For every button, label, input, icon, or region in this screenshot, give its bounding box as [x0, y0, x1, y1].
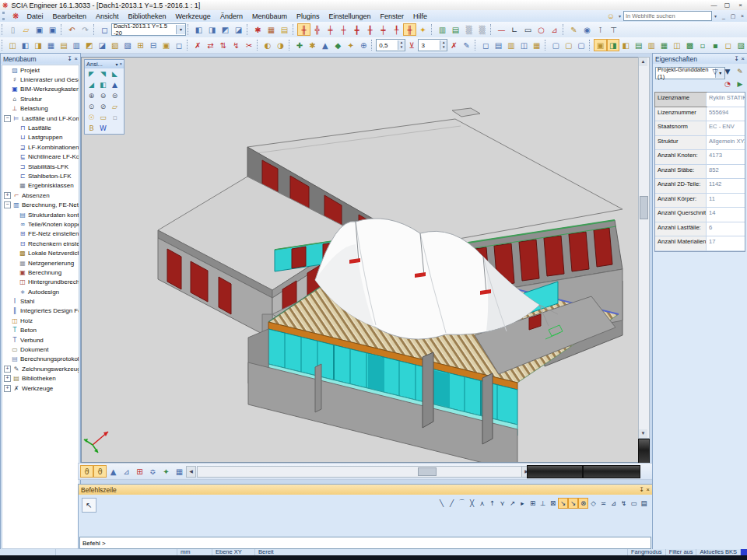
bottom-table-view-button[interactable]: ▦: [173, 465, 186, 478]
property-value[interactable]: 852: [707, 165, 745, 179]
tb1-view-window-2-button[interactable]: ◨: [205, 23, 219, 36]
tb2-output-tool-2-button[interactable]: ▤: [492, 39, 504, 51]
tb1-calculator-button[interactable]: ▦: [265, 23, 278, 36]
tb2-model-tool-6-button[interactable]: ▥: [70, 39, 82, 51]
property-value[interactable]: 4173: [707, 150, 745, 164]
tb1-library-1-button[interactable]: ▥: [436, 23, 449, 36]
property-row[interactable]: Anzahl Körper:11: [655, 194, 745, 208]
project-combo[interactable]: Dach1-2013.1 Y=1.5 -20▾: [111, 23, 186, 36]
minimize-button[interactable]: —: [707, 1, 721, 9]
search-dropdown-caret-icon[interactable]: ▾: [714, 13, 717, 19]
palette-zoom-out-button[interactable]: ⊖: [97, 90, 109, 101]
tree-item-linienraster-und-geschosse[interactable]: ♯Linienraster und Geschosse: [2, 75, 79, 84]
palette-close-icon[interactable]: ×: [119, 61, 122, 67]
palette-axo-view-1-button[interactable]: ◤: [86, 68, 97, 79]
tb1-frame-tool-7-button[interactable]: ┿: [377, 23, 390, 36]
tb2-window-tool-1-button[interactable]: ▢: [549, 39, 562, 51]
tb1-undo-button[interactable]: ↶: [65, 23, 79, 36]
tb2-snap-scale-button[interactable]: ⊻: [405, 39, 418, 51]
property-value[interactable]: EC - ENV: [707, 121, 745, 135]
tb1-draw-polyline-button[interactable]: ∟: [508, 23, 521, 36]
palette-render-mode-button[interactable]: ▭: [97, 112, 109, 123]
palette-light-toggle-button[interactable]: ☉: [86, 112, 97, 123]
webhelp-search-input[interactable]: [623, 11, 712, 21]
tb1-frame-tool-8-button[interactable]: ╀: [390, 23, 403, 36]
tb2-output-tool-3-button[interactable]: ▥: [505, 39, 517, 51]
menu-bibliotheken[interactable]: Bibliotheken: [123, 12, 170, 21]
tb2-view-setting-2-button[interactable]: ◨: [607, 39, 619, 51]
bottom-render-toggle-button[interactable]: ✦: [160, 465, 173, 478]
expander-icon[interactable]: +: [4, 192, 11, 199]
property-label[interactable]: Anzahl Lastfälle:: [655, 222, 707, 236]
status-aktuelles-bks[interactable]: Aktuelles BKS: [696, 549, 741, 555]
tree-item-belastung[interactable]: ⊥Belastung: [2, 104, 79, 114]
status-fangmodus[interactable]: Fangmodus: [628, 549, 666, 555]
tb1-view-window-1-button[interactable]: ◧: [192, 23, 205, 36]
pin-icon[interactable]: ↧: [734, 55, 738, 62]
tb1-save-button[interactable]: ▣: [33, 23, 46, 36]
tb1-frame-tool-2-button[interactable]: ╬: [310, 23, 324, 36]
snap-rect-button[interactable]: ▭: [629, 498, 639, 509]
property-label[interactable]: Anzahl Materialien:: [655, 236, 707, 250]
property-label[interactable]: Anzahl Knoten:: [655, 150, 707, 164]
snap-angle-button[interactable]: ⊿: [608, 498, 619, 509]
bks-color-swatch[interactable]: [741, 549, 747, 555]
tree-item-bibliotheken[interactable]: +▤Bibliotheken: [2, 374, 79, 383]
tb2-modify-tool-1-button[interactable]: ✚: [293, 39, 306, 51]
bottom-grid-toggle-button[interactable]: ⊞: [133, 465, 146, 478]
tb2-model-tool-10-button[interactable]: ▨: [121, 39, 134, 51]
close-icon[interactable]: ×: [647, 486, 650, 493]
tb1-new-button[interactable]: ▯: [6, 23, 19, 36]
prop-filter-icon-button[interactable]: ▽: [710, 66, 721, 77]
tb2-view-setting-11-button[interactable]: ◻: [722, 39, 735, 51]
snap-line-2-button[interactable]: ╱: [447, 498, 457, 509]
palette-view-dir-2-button[interactable]: ◧: [97, 79, 109, 90]
tb1-frame-tool-9-button[interactable]: ╫: [403, 23, 416, 36]
tb2-model-tool-3-button[interactable]: ◨: [32, 39, 44, 51]
tree-item-werkzeuge[interactable]: +✗Werkzeuge: [2, 383, 79, 393]
doc-restore-button[interactable]: ▢: [728, 12, 738, 20]
snap-flag-button[interactable]: ▸: [517, 498, 528, 509]
snap-arc-button[interactable]: ⌒: [457, 498, 467, 509]
tree-item-strukturdaten-kontrollieren[interactable]: ▤Strukturdaten kontrollie: [2, 210, 79, 219]
tb1-note-new-button[interactable]: ▤: [278, 23, 291, 36]
pin-icon[interactable]: ↧: [639, 486, 644, 493]
snap-line-1-button[interactable]: ╲: [437, 498, 447, 509]
tb2-model-tool-8-button[interactable]: ◪: [96, 39, 108, 51]
tb2-model-tool-12-button[interactable]: ⊟: [147, 39, 160, 51]
tb1-frame-tool-5-button[interactable]: ╋: [350, 23, 363, 36]
tb2-view-setting-8-button[interactable]: ▩: [683, 39, 696, 51]
property-value[interactable]: 14: [707, 208, 745, 222]
tb1-draw-circle-button[interactable]: ○: [535, 23, 548, 36]
property-label[interactable]: Anzahl Körper:: [655, 194, 707, 208]
tree-item-fe-netz-einstellen[interactable]: ⊞FE-Netz einstellen: [2, 229, 79, 239]
tb2-window-tool-3-button[interactable]: ▢: [575, 39, 587, 51]
cursor-tool-button[interactable]: ↖: [82, 498, 96, 513]
horizontal-scroll-thumb[interactable]: [418, 467, 437, 476]
tb1-frame-tool-3-button[interactable]: ╪: [324, 23, 337, 36]
property-row[interactable]: Anzahl Materialien:17: [655, 236, 745, 251]
viewport-horizontal-scrollbar[interactable]: [197, 466, 522, 478]
tb1-edit-props-button[interactable]: ✎: [567, 23, 580, 36]
tree-item-dokument[interactable]: ▭Dokument: [2, 345, 79, 354]
palette-zoom-selection-button[interactable]: ⊘: [97, 101, 109, 112]
property-label[interactable]: Lizenzname: [655, 93, 707, 107]
prop-send-icon-button[interactable]: ▶: [735, 79, 745, 89]
tb2-edit-tool-5-button[interactable]: ✂: [243, 39, 255, 51]
bottom-graph-toggle-button[interactable]: ⊿: [120, 465, 133, 478]
close-button[interactable]: ×: [734, 1, 747, 9]
property-row[interactable]: LizenznameRyklin STATIK: [655, 93, 745, 107]
tree-item-berechnung-fe-netz[interactable]: −▥Berechnung, FE-Netz: [2, 200, 79, 209]
snap-perp-button[interactable]: ⊥: [538, 498, 548, 509]
status-ebene-xy[interactable]: Ebene XY: [212, 549, 255, 555]
tb1-save-all-button[interactable]: ▣: [46, 23, 59, 36]
tb2-output-tool-5-button[interactable]: ▦: [531, 39, 543, 51]
property-value[interactable]: Allgemein XYZ: [707, 136, 745, 150]
tree-item-berechnungsprotokoll[interactable]: ▤Berechnungsprotokoll: [2, 355, 79, 364]
tb2-modify-tool-3-button[interactable]: ▲: [319, 39, 331, 51]
palette-axo-view-3-button[interactable]: ◣: [109, 68, 121, 79]
tb2-view-setting-10-button[interactable]: ▪: [709, 39, 721, 51]
property-row[interactable]: Anzahl Stäbe:852: [655, 165, 745, 180]
tree-item-lf-kombinationen[interactable]: ⊒LF-Kombinationen: [2, 142, 79, 152]
palette-wireframe-toggle-button[interactable]: W: [97, 123, 109, 134]
